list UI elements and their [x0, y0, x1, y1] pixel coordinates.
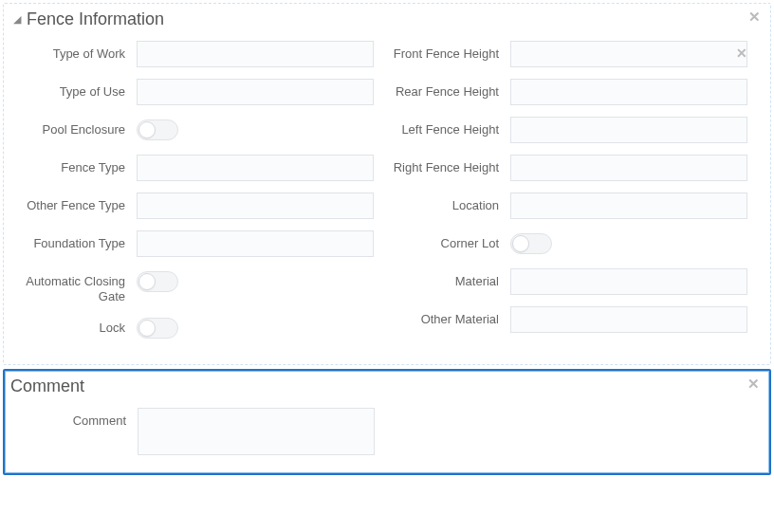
panel-header[interactable]: Comment	[5, 371, 769, 404]
right-fence-height-label: Right Fence Height	[387, 155, 510, 175]
type-of-use-label: Type of Use	[13, 79, 137, 100]
location-label: Location	[387, 193, 510, 213]
rear-fence-height-label: Rear Fence Height	[387, 79, 510, 100]
other-fence-type-label: Other Fence Type	[13, 193, 137, 213]
fence-type-input[interactable]	[137, 155, 374, 181]
fence-left-column: Type of Work Type of Use Pool Enclosure …	[13, 41, 387, 353]
rear-fence-height-input[interactable]	[510, 79, 747, 105]
fence-information-panel: ✕ ◢ Fence Information Type of Work Type …	[3, 3, 771, 365]
other-material-label: Other Material	[387, 306, 510, 327]
location-input[interactable]	[510, 193, 747, 219]
lock-label: Lock	[13, 315, 137, 336]
left-fence-height-label: Left Fence Height	[387, 117, 510, 138]
material-input[interactable]	[510, 268, 747, 295]
other-fence-type-input[interactable]	[137, 193, 374, 219]
pool-enclosure-label: Pool Enclosure	[13, 117, 137, 138]
panel-title: Comment	[10, 376, 84, 396]
foundation-type-input[interactable]	[137, 230, 374, 257]
close-icon[interactable]: ✕	[747, 376, 760, 391]
automatic-closing-gate-toggle[interactable]	[137, 271, 178, 292]
fence-right-column: Front Fence Height ✕ Rear Fence Height L…	[387, 41, 761, 353]
foundation-type-label: Foundation Type	[13, 230, 137, 251]
comment-label: Comment	[14, 408, 138, 429]
collapse-icon[interactable]: ◢	[13, 14, 21, 25]
corner-lot-label: Corner Lot	[387, 230, 510, 251]
panel-title: Fence Information	[27, 9, 164, 29]
comment-input[interactable]	[138, 408, 375, 455]
right-fence-height-input[interactable]	[510, 155, 747, 181]
front-fence-height-label: Front Fence Height	[387, 41, 510, 62]
automatic-closing-gate-label: Automatic Closing Gate	[13, 268, 137, 303]
close-icon[interactable]: ✕	[748, 9, 761, 24]
type-of-use-input[interactable]	[137, 79, 374, 105]
clear-icon[interactable]: ✕	[736, 46, 747, 60]
type-of-work-input[interactable]	[137, 41, 374, 67]
type-of-work-label: Type of Work	[13, 41, 137, 62]
lock-toggle[interactable]	[137, 318, 178, 339]
fence-type-label: Fence Type	[13, 155, 137, 175]
comment-panel: ✕ Comment Comment	[3, 369, 771, 475]
material-label: Material	[387, 268, 510, 289]
pool-enclosure-toggle[interactable]	[137, 119, 178, 140]
corner-lot-toggle[interactable]	[510, 233, 552, 254]
left-fence-height-input[interactable]	[510, 117, 747, 143]
panel-header[interactable]: ◢ Fence Information	[4, 4, 770, 37]
other-material-input[interactable]	[510, 306, 747, 333]
front-fence-height-input[interactable]	[510, 41, 747, 67]
